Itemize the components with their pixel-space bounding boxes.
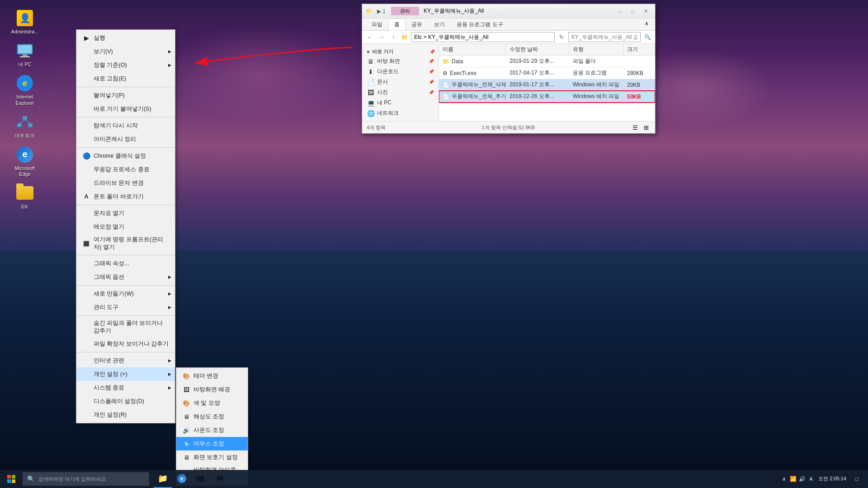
nav-documents[interactable]: 📄 문서 📌 (362, 77, 439, 87)
tray-sound-icon[interactable]: 🔊 (798, 475, 806, 483)
file-row-add-bat[interactable]: 📄 우클릭메뉴_전체_추가.bat 2018-12-26 오후... Windo… (439, 91, 655, 103)
ribbon-collapse-btn[interactable]: ∧ (642, 19, 651, 30)
menu-item-new[interactable]: 새로 만들기(W) (76, 287, 175, 300)
list-view-btn[interactable]: ☰ (631, 123, 640, 132)
desktop-icon-etc[interactable]: Etc (9, 184, 41, 210)
file-date-add-bat: 2018-12-26 오후... (506, 91, 569, 102)
menu-item-open-prompt[interactable]: ⬛ 여기에 명령 프롬프트(관리자) 열기 (76, 234, 175, 253)
notification-btn[interactable]: □ (850, 470, 863, 488)
search-input[interactable] (568, 32, 641, 42)
menu-item-no-response[interactable]: 무응답 프로세스 종료 (76, 163, 175, 176)
menu-item-refresh[interactable]: 새로 고침(E) (76, 72, 175, 85)
graphics-opts-icon (82, 272, 91, 282)
file-row-execti[interactable]: ⚙ ExecTi.exe 2017-04-17 오후... 응용 프로그램 28… (439, 67, 655, 79)
col-date[interactable]: 수정한 날짜 (506, 44, 569, 55)
sep8 (76, 352, 175, 352)
tray-up-arrow[interactable]: ∧ (780, 475, 788, 483)
nav-mypc[interactable]: 💻 내 PC (362, 98, 439, 108)
forward-btn[interactable]: → (377, 32, 387, 42)
menu-item-view[interactable]: 보기(V) (76, 45, 175, 58)
menu-item-icon-cache[interactable]: 아이콘캐시 정리 (76, 132, 175, 146)
close-btn[interactable]: ✕ (640, 7, 651, 16)
tray-ime-a[interactable]: A (807, 475, 815, 483)
menu-item-internet[interactable]: 인터넷 관련 (76, 354, 175, 367)
submenu-color[interactable]: 🎨 색 및 모양 (176, 396, 248, 410)
taskbar-store[interactable]: 🛍 (192, 470, 210, 488)
desktop-icon-network[interactable]: 네트워크 (9, 113, 41, 139)
submenu-theme[interactable]: 🎨 테마 변경 (176, 369, 248, 383)
submenu-wallpaper[interactable]: 🖼 바탕화면 배경 (176, 383, 248, 396)
taskbar-search-box[interactable]: 🔍 검색하려면 여기에 입력하세요. (23, 472, 149, 486)
menu-item-manage-tools[interactable]: 관리 도구 (76, 300, 175, 314)
wallpaper-icon: 🖼 (182, 385, 191, 394)
col-name[interactable]: 이름 (439, 44, 506, 55)
ribbon-tab-home[interactable]: 홈 (388, 19, 406, 30)
file-type-delete-bat: Windows 배치 파일 (569, 79, 623, 90)
start-button[interactable] (0, 470, 23, 488)
tray-network-icon[interactable]: 📶 (789, 475, 797, 483)
menu-item-paste-shortcut[interactable]: 바로 가기 붙여넣기(S) (76, 102, 175, 116)
nav-network[interactable]: 🌐 네트워크 (362, 108, 439, 118)
nav-desktop[interactable]: 🖥 바탕 화면 📌 (362, 56, 439, 66)
submenu-mouse[interactable]: 🖱 마우스 조정 (176, 437, 248, 450)
menu-item-fonts-folder[interactable]: A 폰트 폴더 바로가기 (76, 190, 175, 203)
menu-item-display-settings[interactable]: 디스플레이 설정(D) (76, 394, 175, 408)
restore-btn[interactable]: □ (627, 7, 639, 16)
submenu-resolution[interactable]: 🖥 해상도 조정 (176, 410, 248, 423)
col-type[interactable]: 유형 (569, 44, 623, 55)
nav-pictures[interactable]: 🖼 사진 📌 (362, 87, 439, 98)
up-btn[interactable]: ↑ (388, 32, 398, 42)
search-btn[interactable]: 🔍 (642, 32, 652, 42)
menu-item-graphics-props[interactable]: 그래픽 속성... (76, 257, 175, 270)
no-response-icon (82, 165, 91, 174)
menu-item-show-ext[interactable]: 파일 확장자 보이거나 감추기 (76, 337, 175, 351)
menu-item-personalize2[interactable]: 개인 설정(R) (76, 408, 175, 422)
ribbon-tab-tools[interactable]: 응용 프로그램 도구 (451, 19, 509, 30)
taskbar-mail[interactable]: ✉ (211, 470, 229, 488)
desktop-icon-admin[interactable]: 👤 Administra... (9, 9, 41, 35)
desktop-nav-icon: 🖥 (367, 58, 375, 65)
taskbar-edge[interactable]: e (173, 470, 191, 488)
file-type-data: 파일 폴더 (569, 56, 623, 67)
address-path[interactable]: Etc > KY_우클릭메뉴_사용_All (411, 32, 555, 42)
desktop-icon-ie[interactable]: e InternetExplorer (9, 74, 41, 106)
nav-quick-access-header[interactable]: ▼ 바로 가기 📌 (362, 47, 439, 56)
svg-rect-1 (23, 54, 27, 56)
file-row-data[interactable]: 📁 Data 2019-01-29 오후... 파일 폴더 (439, 56, 655, 67)
menu-item-search-restart[interactable]: 탐색기 다시 시작 (76, 119, 175, 132)
refresh-nav-btn[interactable]: ↻ (557, 32, 566, 42)
desktop-icon-edge[interactable]: e MicrosoftEdge (9, 145, 41, 177)
ribbon-tab-view[interactable]: 보기 (428, 19, 451, 30)
explorer-title: KY_우클릭메뉴_사용_All (424, 7, 484, 15)
col-size[interactable]: 크기 (623, 44, 655, 55)
menu-item-drive-letter[interactable]: 드라이브 문자 변경 (76, 176, 175, 190)
menu-item-paste[interactable]: 붙여넣기(P) (76, 89, 175, 102)
tray-clock[interactable]: 오전 2:05:14 (818, 475, 846, 482)
nav-downloads[interactable]: ⬇ 다운로드 📌 (362, 66, 439, 77)
title-bar-left: 📁 ▶ 1 (366, 8, 386, 14)
file-type-add-bat: Windows 배치 파일 (569, 91, 623, 102)
menu-item-graphics-opts[interactable]: 그래픽 옵션 (76, 270, 175, 284)
minimize-btn[interactable]: – (614, 7, 626, 16)
ribbon-tab-file[interactable]: 파일 (366, 19, 388, 30)
menu-item-sort[interactable]: 정렬 기준(O) (76, 58, 175, 72)
menu-item-chrome-settings[interactable]: 🔵 Chrome 클래식 설정 (76, 149, 175, 163)
menu-item-sys-end[interactable]: 시스템 종료 (76, 381, 175, 394)
file-row-delete-bat[interactable]: 📄 우클릭메뉴_전체_삭제.bat 2019-01-17 오후... Windo… (439, 79, 655, 91)
menu-item-show-hidden[interactable]: 숨긴 파일과 폴더 보이거나 감추기 (76, 317, 175, 337)
fonts-icon: A (82, 192, 91, 201)
ribbon-tab-share[interactable]: 공유 (406, 19, 428, 30)
char-icon (82, 209, 91, 218)
back-btn[interactable]: ← (365, 32, 375, 42)
menu-item-open-char[interactable]: 문자표 열기 (76, 206, 175, 220)
menu-item-open-memo[interactable]: 메모장 열기 (76, 220, 175, 234)
detail-view-btn[interactable]: ⊞ (642, 123, 651, 132)
menu-item-run[interactable]: ▶ 실행 (76, 31, 175, 45)
taskbar-file-explorer[interactable]: 📁 (154, 470, 172, 488)
submenu-screensaver[interactable]: 🖥 화면 보호기 설정 (176, 450, 248, 464)
network-nav-icon: 🌐 (367, 110, 375, 117)
desktop-icon-mypc[interactable]: 내 PC (9, 42, 41, 67)
submenu-sound[interactable]: 🔊 사운드 조정 (176, 423, 248, 437)
file-date-delete-bat: 2019-01-17 오후... (506, 79, 569, 90)
menu-item-personalize[interactable]: 개인 설정 (+) 🎨 테마 변경 🖼 바탕화면 배경 🎨 색 및 모양 🖥 해… (76, 367, 175, 381)
